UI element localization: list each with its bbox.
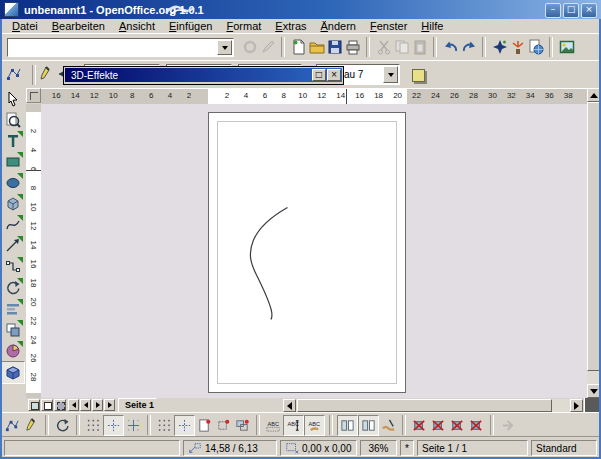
status-zoom-cell[interactable]: 36% [360, 440, 397, 456]
menu-item[interactable]: Einfügen [162, 19, 219, 33]
ruler-origin-button[interactable] [26, 88, 41, 103]
select-text-area-icon[interactable] [283, 415, 304, 436]
select-tool[interactable] [2, 88, 24, 109]
view-mode-1-button[interactable] [28, 399, 40, 411]
vertical-ruler[interactable]: 246810121416182022242628 [26, 104, 41, 398]
snap-option-1-icon[interactable] [410, 416, 429, 435]
ruler-number: 10 [298, 91, 308, 101]
effects-icon[interactable] [509, 37, 526, 57]
connector-tool[interactable] [2, 256, 24, 277]
drawn-curve[interactable] [250, 208, 287, 320]
dialog-close-button[interactable]: × [327, 69, 341, 81]
snap-option-3-icon[interactable] [448, 416, 467, 435]
url-input[interactable] [10, 40, 214, 57]
paste-icon[interactable] [411, 37, 428, 57]
snap-option-2-icon[interactable] [429, 416, 448, 435]
edit-points-mode-icon[interactable] [3, 416, 22, 435]
maximize-button[interactable]: □ [563, 3, 579, 18]
status-size-cell[interactable]: 0,00 x 0,00 [280, 440, 357, 456]
view-mode-3-button[interactable] [54, 399, 66, 411]
modify-with-attributes-icon[interactable] [379, 416, 398, 435]
menu-item[interactable]: Format [219, 19, 268, 33]
page-tab[interactable]: Seite 1 [118, 398, 166, 412]
navigator-icon[interactable] [491, 37, 508, 57]
title-bar[interactable]: unbenannt1 - OpenOffice.org 1.0.1 – □ × [0, 0, 601, 19]
zoom-tool[interactable] [2, 109, 24, 130]
scroll-right-button[interactable] [570, 399, 583, 412]
snap-object-frame-icon[interactable] [214, 416, 233, 435]
edit-file-icon[interactable] [259, 37, 276, 57]
new-document-icon[interactable] [290, 37, 307, 57]
close-button[interactable]: × [581, 3, 597, 18]
menu-item[interactable]: Extras [268, 19, 313, 33]
first-page-button[interactable] [68, 399, 79, 411]
menu-item[interactable]: Ansicht [112, 19, 162, 33]
minimize-button[interactable]: – [545, 3, 561, 18]
insert-tool[interactable] [2, 340, 24, 361]
menu-item[interactable]: Fenster [363, 19, 414, 33]
dialog-maximize-button[interactable]: □ [312, 69, 326, 81]
show-helplines-icon[interactable] [103, 415, 124, 436]
status-page-cell[interactable]: Seite 1 / 1 [417, 440, 528, 456]
menu-item[interactable]: Hilfe [414, 19, 450, 33]
simple-handles-icon[interactable] [358, 415, 379, 436]
horizontal-scrollbar[interactable] [283, 399, 583, 412]
snap-object-points-icon[interactable] [233, 416, 252, 435]
dialog-3d-effects[interactable]: 3D-Effekte □ × [63, 66, 344, 85]
curve-tool[interactable] [2, 214, 24, 235]
fill-color-dropdown[interactable] [383, 66, 398, 83]
hyperlink-icon[interactable] [527, 37, 544, 57]
text-tool[interactable] [2, 130, 24, 151]
lines-arrows-tool[interactable] [2, 235, 24, 256]
quick-edit-icon[interactable] [264, 416, 283, 435]
dialog-title-bar[interactable]: 3D-Effekte [65, 68, 342, 82]
line-dialog-icon[interactable] [36, 64, 56, 84]
status-position-cell[interactable]: 14,58 / 6,13 [183, 440, 277, 456]
save-icon[interactable] [326, 37, 343, 57]
status-template-cell[interactable]: Standard [531, 440, 597, 456]
use-snap-grid-icon[interactable] [155, 416, 174, 435]
drawing-canvas[interactable] [41, 104, 587, 398]
last-page-button[interactable] [104, 399, 115, 411]
undo-icon[interactable] [442, 37, 459, 57]
snap-to-grid-icon[interactable] [124, 416, 143, 435]
next-page-button[interactable] [92, 399, 103, 411]
redo-icon[interactable] [460, 37, 477, 57]
cut-icon[interactable] [375, 37, 392, 57]
menu-item[interactable]: Ändern [314, 19, 363, 33]
horizontal-ruler[interactable]: 1614121086422468101214161820222426283032… [41, 88, 587, 104]
snap-helplines-icon[interactable] [174, 415, 195, 436]
edit-points-icon[interactable] [4, 64, 24, 84]
previous-page-button[interactable] [80, 399, 91, 411]
ellipse-tool[interactable] [2, 172, 24, 193]
horizontal-scroll-thumb[interactable] [297, 399, 552, 412]
print-icon[interactable] [344, 37, 361, 57]
view-mode-2-button[interactable] [41, 399, 53, 411]
frame-handles-icon[interactable] [337, 415, 358, 436]
rectangle-tool[interactable] [2, 151, 24, 172]
effects-rotate-tool[interactable] [2, 277, 24, 298]
menu-item[interactable]: Bearbeiten [45, 19, 112, 33]
rotation-mode-icon[interactable] [53, 416, 72, 435]
stop-icon[interactable] [241, 37, 258, 57]
double-click-text-icon[interactable] [304, 415, 325, 436]
app-icon[interactable] [4, 2, 19, 17]
scroll-left-button[interactable] [283, 399, 296, 412]
3d-controller-tool[interactable] [1, 361, 25, 384]
window-frame-left[interactable] [0, 19, 2, 459]
url-dropdown-button[interactable] [217, 40, 232, 55]
url-combobox[interactable] [7, 38, 234, 57]
show-grid-icon[interactable] [84, 416, 103, 435]
snap-margins-icon[interactable] [195, 416, 214, 435]
glue-points-icon[interactable] [22, 416, 41, 435]
arrange-tool[interactable] [2, 319, 24, 340]
alignment-tool[interactable] [2, 298, 24, 319]
gallery-icon[interactable] [558, 37, 575, 57]
menu-item[interactable]: Datei [5, 19, 45, 33]
open-icon[interactable] [308, 37, 325, 57]
shadow-icon[interactable] [408, 65, 428, 85]
exit-all-groups-icon[interactable] [498, 416, 517, 435]
3d-objects-tool[interactable] [2, 193, 24, 214]
copy-icon[interactable] [393, 37, 410, 57]
snap-option-4-icon[interactable] [467, 416, 486, 435]
